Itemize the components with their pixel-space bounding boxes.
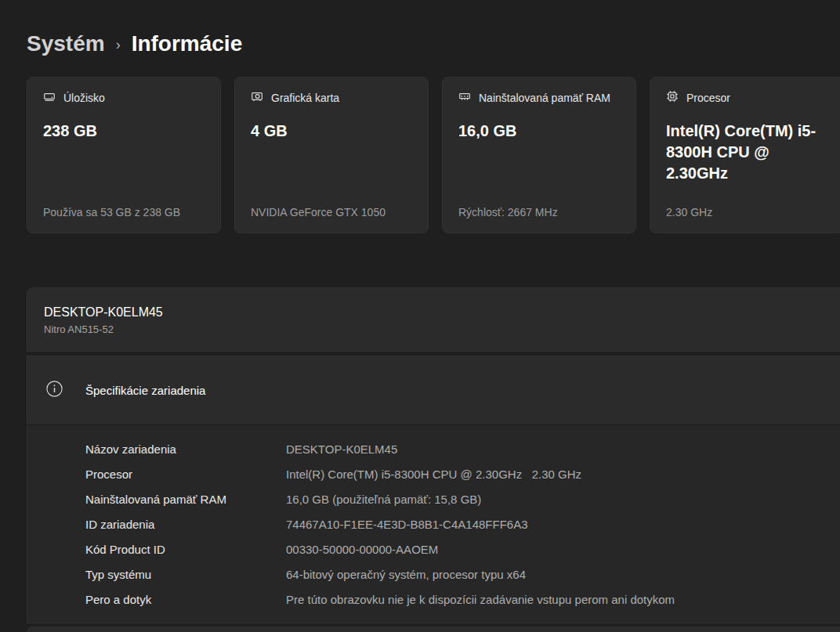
cpu-card-value: Intel(R) Core(TM) i5-8300H CPU @ 2.30GHz (666, 121, 831, 184)
spec-label: Kód Product ID (85, 543, 286, 556)
spec-label: Nainštalovaná pamäť RAM (85, 493, 286, 506)
device-specs-expander[interactable]: Špecifikácie zariadenia (27, 356, 840, 425)
spec-value: Pre túto obrazovku nie je k dispozícii z… (286, 593, 840, 606)
device-specs-title: Špecifikácie zariadenia (85, 384, 205, 397)
spec-row-ram: Nainštalovaná pamäť RAM 16,0 GB (použite… (85, 486, 840, 511)
cpu-icon (666, 90, 679, 105)
info-icon (45, 380, 63, 401)
storage-card-detail: Používa sa 53 GB z 238 GB (43, 206, 211, 218)
page-title: Informácie (132, 31, 243, 56)
device-model: Nitro AN515-52 (44, 323, 840, 335)
spec-row-pen-touch: Pero a dotyk Pre túto obrazovku nie je k… (85, 587, 840, 612)
breadcrumb-system[interactable]: Systém (27, 31, 105, 56)
summary-cards: Úložisko 238 GB Používa sa 53 GB z 238 G… (27, 77, 840, 233)
gpu-icon (251, 90, 263, 105)
device-name-header: DESKTOP-K0ELM45 Nitro AN515-52 (27, 287, 840, 352)
settings-about-page: { "breadcrumb": { "parent": "Systém", "s… (0, 0, 840, 632)
spec-row-product-id: Kód Product ID 00330-50000-00000-AAOEM (85, 536, 840, 562)
cpu-card-detail: 2.30 GHz (666, 206, 834, 218)
ram-card[interactable]: Nainštalovaná pamäť RAM 16,0 GB Rýchlosť… (442, 77, 636, 233)
ram-card-detail: Rýchlosť: 2667 MHz (458, 206, 626, 218)
device-specs-section: Špecifikácie zariadenia Názov zariadenia… (27, 356, 840, 623)
gpu-card-detail: NVIDIA GeForce GTX 1050 (251, 206, 418, 218)
spec-label: ID zariadenia (85, 518, 286, 531)
spec-row-system-type: Typ systému 64-bitový operačný systém, p… (85, 562, 840, 587)
chevron-right-icon: › (116, 34, 121, 53)
spec-label: Názov zariadenia (85, 442, 286, 456)
cpu-card-label: Procesor (686, 92, 730, 104)
gpu-card-label: Grafická karta (271, 92, 339, 104)
spec-value: 16,0 GB (použiteľná pamäť: 15,8 GB) (286, 493, 840, 506)
gpu-card-value: 4 GB (251, 121, 415, 142)
spec-row-device-name: Názov zariadenia DESKTOP-K0ELM45 (85, 436, 840, 461)
device-name: DESKTOP-K0ELM45 (44, 305, 840, 320)
gpu-card[interactable]: Grafická karta 4 GB NVIDIA GeForce GTX 1… (234, 77, 429, 233)
storage-icon (43, 90, 56, 105)
spec-value: Intel(R) Core(TM) i5-8300H CPU @ 2.30GHz… (286, 468, 840, 481)
spec-row-processor: Procesor Intel(R) Core(TM) i5-8300H CPU … (85, 461, 840, 486)
spec-value: 00330-50000-00000-AAOEM (286, 543, 840, 556)
storage-card-label: Úložisko (63, 92, 105, 104)
spec-label: Pero a dotyk (85, 593, 286, 606)
spec-value: 74467A10-F1EE-4E3D-B8B1-C4A148FFF6A3 (286, 518, 840, 531)
spec-label: Procesor (85, 468, 286, 481)
storage-card-value: 238 GB (43, 121, 208, 142)
ram-icon (458, 90, 471, 105)
spec-label: Typ systému (85, 568, 286, 581)
ram-card-value: 16,0 GB (458, 121, 623, 142)
spec-value: 64-bitový operačný systém, procesor typu… (286, 568, 840, 581)
ram-card-label: Nainštalovaná pamäť RAM (479, 92, 610, 104)
breadcrumb: Systém › Informácie (0, 0, 840, 56)
spec-value: DESKTOP-K0ELM45 (286, 442, 840, 456)
storage-card[interactable]: Úložisko 238 GB Používa sa 53 GB z 238 G… (27, 77, 221, 233)
spec-row-device-id: ID zariadenia 74467A10-F1EE-4E3D-B8B1-C4… (85, 511, 840, 536)
next-section-partial[interactable] (27, 627, 840, 632)
device-specs-body: Názov zariadenia DESKTOP-K0ELM45 Proceso… (27, 425, 840, 623)
cpu-card[interactable]: Procesor Intel(R) Core(TM) i5-8300H CPU … (650, 77, 840, 233)
